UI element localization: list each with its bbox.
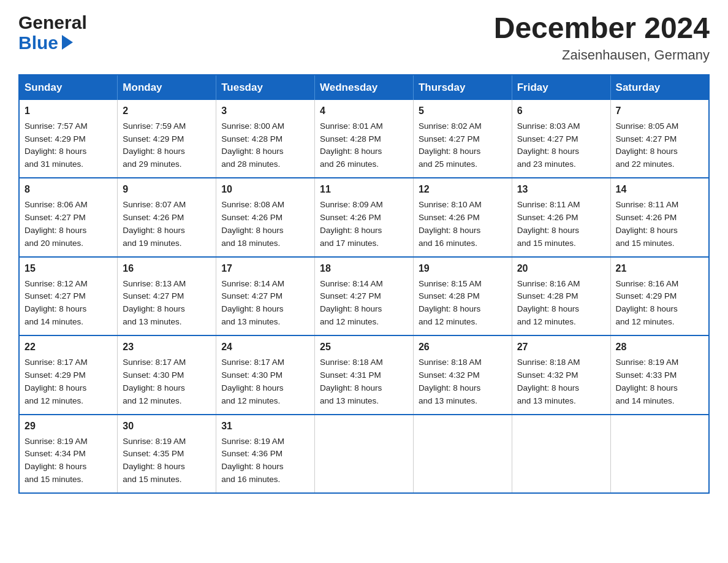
sunrise-text: Sunrise: 8:06 AM (25, 200, 88, 209)
calendar-week-row: 29Sunrise: 8:19 AMSunset: 4:34 PMDayligh… (19, 415, 709, 493)
sunset-text: Sunset: 4:35 PM (123, 449, 184, 458)
day-number: 1 (25, 104, 112, 119)
daylight-minutes-text: and 17 minutes. (320, 239, 379, 248)
sunset-text: Sunset: 4:26 PM (616, 213, 677, 222)
sunset-text: Sunset: 4:26 PM (517, 213, 578, 222)
day-number: 4 (320, 104, 408, 119)
sunset-text: Sunset: 4:29 PM (25, 134, 86, 144)
day-number: 25 (320, 340, 408, 355)
sunset-text: Sunset: 4:27 PM (123, 291, 184, 301)
calendar-cell: 12Sunrise: 8:10 AMSunset: 4:26 PMDayligh… (413, 178, 512, 256)
daylight-minutes-text: and 13 minutes. (517, 396, 576, 405)
sunrise-text: Sunrise: 8:02 AM (419, 121, 482, 131)
sunset-text: Sunset: 4:27 PM (25, 213, 86, 222)
calendar-cell (413, 415, 512, 493)
day-number: 29 (25, 419, 112, 434)
sunset-text: Sunset: 4:27 PM (616, 134, 677, 144)
calendar-week-row: 1Sunrise: 7:57 AMSunset: 4:29 PMDaylight… (19, 100, 709, 178)
sunrise-text: Sunrise: 7:57 AM (25, 121, 88, 131)
daylight-minutes-text: and 25 minutes. (419, 159, 477, 169)
calendar-cell: 20Sunrise: 8:16 AMSunset: 4:28 PMDayligh… (512, 257, 610, 335)
daylight-text: Daylight: 8 hours (221, 304, 283, 313)
sunrise-text: Sunrise: 8:00 AM (221, 121, 284, 131)
day-number: 27 (517, 340, 605, 355)
sunset-text: Sunset: 4:26 PM (419, 213, 480, 222)
daylight-minutes-text: and 15 minutes. (123, 475, 181, 484)
sunrise-text: Sunrise: 8:17 AM (221, 358, 284, 367)
sunrise-text: Sunrise: 8:08 AM (221, 200, 284, 209)
calendar-week-row: 8Sunrise: 8:06 AMSunset: 4:27 PMDaylight… (19, 178, 709, 256)
daylight-text: Daylight: 8 hours (25, 304, 86, 313)
calendar-cell: 26Sunrise: 8:18 AMSunset: 4:32 PMDayligh… (413, 335, 512, 414)
sunrise-text: Sunrise: 8:11 AM (616, 200, 679, 209)
daylight-text: Daylight: 8 hours (419, 383, 480, 393)
daylight-text: Daylight: 8 hours (123, 226, 184, 235)
calendar-cell: 21Sunrise: 8:16 AMSunset: 4:29 PMDayligh… (610, 257, 709, 335)
daylight-text: Daylight: 8 hours (221, 462, 283, 471)
sunrise-text: Sunrise: 8:11 AM (517, 200, 580, 209)
logo-triangle-icon (62, 35, 73, 50)
logo-blue-word: Blue (18, 33, 58, 53)
day-number: 19 (419, 261, 507, 277)
calendar-cell: 24Sunrise: 8:17 AMSunset: 4:30 PMDayligh… (216, 335, 315, 414)
calendar-cell: 1Sunrise: 7:57 AMSunset: 4:29 PMDaylight… (19, 100, 118, 178)
daylight-text: Daylight: 8 hours (25, 147, 86, 156)
logo-general-text: General (18, 12, 87, 33)
daylight-minutes-text: and 20 minutes. (25, 239, 83, 248)
day-number: 21 (616, 261, 703, 277)
calendar-title-block: December 2024 Zaisenhausen, Germany (494, 12, 710, 63)
calendar-cell (512, 415, 610, 493)
daylight-minutes-text: and 12 minutes. (123, 396, 181, 405)
calendar-cell: 22Sunrise: 8:17 AMSunset: 4:29 PMDayligh… (19, 335, 118, 414)
logo-blue-text: Blue (18, 33, 87, 53)
sunrise-text: Sunrise: 8:18 AM (517, 358, 580, 367)
sunrise-text: Sunrise: 8:17 AM (25, 358, 88, 367)
sunrise-text: Sunrise: 8:03 AM (517, 121, 580, 131)
sunrise-text: Sunrise: 8:14 AM (320, 279, 383, 288)
daylight-text: Daylight: 8 hours (25, 226, 86, 235)
daylight-text: Daylight: 8 hours (616, 304, 678, 313)
day-number: 20 (517, 261, 605, 277)
calendar-cell: 23Sunrise: 8:17 AMSunset: 4:30 PMDayligh… (118, 335, 216, 414)
day-number: 5 (419, 104, 507, 119)
calendar-cell: 30Sunrise: 8:19 AMSunset: 4:35 PMDayligh… (118, 415, 216, 493)
logo: General Blue (18, 12, 87, 53)
daylight-text: Daylight: 8 hours (320, 383, 382, 393)
day-number: 2 (123, 104, 211, 119)
day-number: 26 (419, 340, 507, 355)
sunrise-text: Sunrise: 8:13 AM (123, 279, 186, 288)
daylight-text: Daylight: 8 hours (123, 147, 184, 156)
daylight-text: Daylight: 8 hours (221, 383, 283, 393)
calendar-cell: 4Sunrise: 8:01 AMSunset: 4:28 PMDaylight… (315, 100, 414, 178)
sunset-text: Sunset: 4:26 PM (123, 213, 184, 222)
sunset-text: Sunset: 4:28 PM (320, 134, 381, 144)
daylight-text: Daylight: 8 hours (616, 226, 678, 235)
sunrise-text: Sunrise: 8:19 AM (123, 437, 186, 446)
daylight-minutes-text: and 15 minutes. (616, 239, 675, 248)
location-subtitle: Zaisenhausen, Germany (494, 47, 710, 63)
col-header-tuesday: Tuesday (216, 75, 315, 100)
day-number: 8 (25, 182, 112, 197)
daylight-minutes-text: and 12 minutes. (616, 317, 675, 326)
col-header-sunday: Sunday (19, 75, 118, 100)
sunrise-text: Sunrise: 8:01 AM (320, 121, 383, 131)
calendar-cell: 27Sunrise: 8:18 AMSunset: 4:32 PMDayligh… (512, 335, 610, 414)
day-number: 14 (616, 182, 703, 197)
sunrise-text: Sunrise: 8:16 AM (616, 279, 679, 288)
daylight-text: Daylight: 8 hours (419, 226, 480, 235)
sunrise-text: Sunrise: 8:19 AM (616, 358, 679, 367)
day-number: 24 (221, 340, 309, 355)
daylight-text: Daylight: 8 hours (616, 147, 678, 156)
calendar-cell: 6Sunrise: 8:03 AMSunset: 4:27 PMDaylight… (512, 100, 610, 178)
daylight-text: Daylight: 8 hours (221, 147, 283, 156)
day-number: 15 (25, 261, 112, 277)
sunrise-text: Sunrise: 8:16 AM (517, 279, 580, 288)
daylight-minutes-text: and 12 minutes. (419, 317, 477, 326)
day-number: 6 (517, 104, 605, 119)
sunset-text: Sunset: 4:26 PM (221, 213, 282, 222)
daylight-minutes-text: and 12 minutes. (221, 396, 280, 405)
daylight-minutes-text: and 15 minutes. (517, 239, 576, 248)
day-number: 13 (517, 182, 605, 197)
calendar-cell: 2Sunrise: 7:59 AMSunset: 4:29 PMDaylight… (118, 100, 216, 178)
sunrise-text: Sunrise: 8:19 AM (25, 437, 88, 446)
